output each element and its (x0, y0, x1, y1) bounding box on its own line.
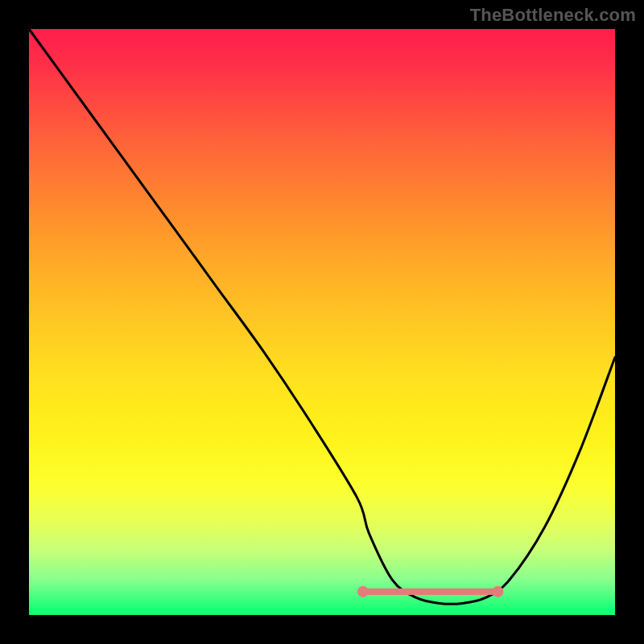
flat-marker-mid-dot (379, 588, 386, 595)
chart-overlay (29, 29, 615, 615)
chart-frame: TheBottleneck.com (0, 0, 644, 644)
watermark-text: TheBottleneck.com (470, 5, 636, 26)
flat-marker-mid-dot (418, 588, 424, 595)
flat-marker-end-dot (492, 586, 503, 597)
flat-marker-mid-dot (398, 588, 405, 595)
flat-marker-mid-dot (437, 588, 444, 595)
flat-marker-end-dot (357, 586, 369, 597)
flat-region-marker (357, 586, 503, 597)
flat-marker-mid-dot (456, 588, 463, 595)
plot-area (29, 29, 615, 615)
bottleneck-curve (29, 29, 615, 604)
flat-marker-mid-dot (475, 588, 481, 595)
